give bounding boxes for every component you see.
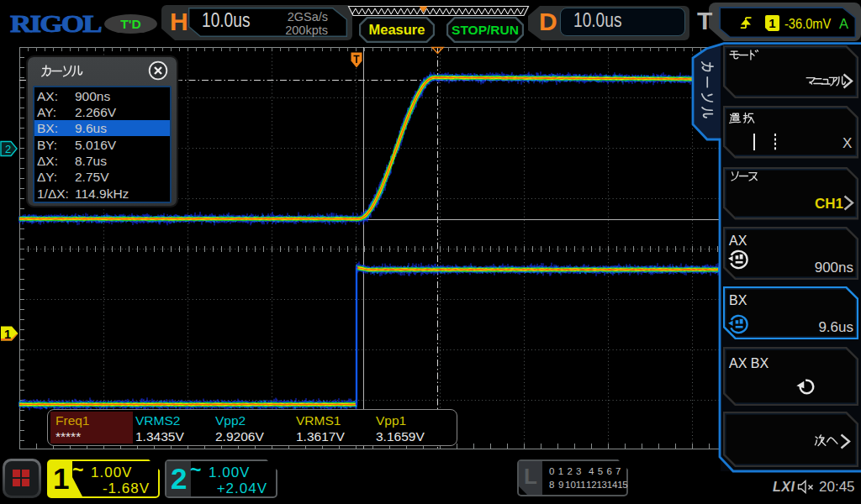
svg-text:1: 1	[4, 328, 11, 341]
svg-text:2: 2	[5, 143, 11, 155]
